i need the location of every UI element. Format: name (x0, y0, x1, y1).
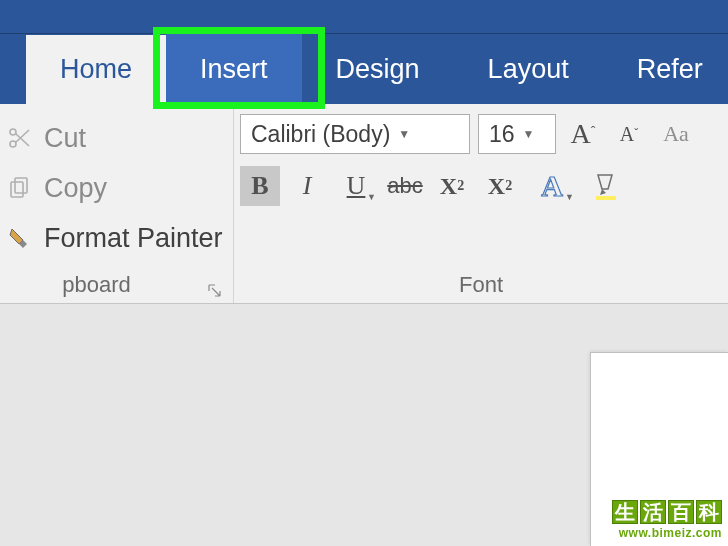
watermark-char: 百 (668, 500, 694, 524)
font-size-value: 16 (489, 121, 515, 148)
chevron-down-icon: ▼ (523, 127, 535, 141)
watermark: 生 活 百 科 www.bimeiz.com (612, 500, 722, 540)
text-effects-button[interactable]: A▼ (528, 166, 576, 206)
group-font: Calibri (Body) ▼ 16 ▼ Aˆ Aˇ Aa B I U▼ ab… (234, 104, 728, 303)
subscript-button[interactable]: X2 (432, 166, 472, 206)
bold-button[interactable]: B (240, 166, 280, 206)
clipboard-group-label: pboard (62, 272, 131, 298)
svg-rect-2 (11, 182, 23, 197)
cut-label: Cut (44, 123, 86, 154)
highlight-button[interactable] (584, 166, 628, 206)
svg-rect-3 (15, 178, 27, 193)
copy-label: Copy (44, 173, 107, 204)
cut-button[interactable]: Cut (2, 114, 223, 162)
tab-references[interactable]: Refer (603, 34, 703, 104)
paintbrush-icon (6, 225, 32, 251)
chevron-down-icon: ▼ (398, 127, 410, 141)
clipboard-dialog-launcher[interactable] (207, 279, 225, 297)
tab-layout[interactable]: Layout (454, 34, 603, 104)
font-group-label: Font (459, 272, 503, 298)
watermark-char: 活 (640, 500, 666, 524)
italic-button[interactable]: I (288, 166, 326, 206)
up-caret-icon: ˆ (591, 124, 596, 140)
font-name-value: Calibri (Body) (251, 121, 390, 148)
copy-icon (6, 175, 32, 201)
grow-font-button[interactable]: Aˆ (564, 114, 602, 154)
underline-button[interactable]: U▼ (334, 166, 378, 206)
tab-design[interactable]: Design (302, 34, 454, 104)
title-bar (0, 0, 728, 34)
strikethrough-button[interactable]: abc (386, 166, 424, 206)
ribbon-tabs: Home Insert Design Layout Refer (0, 34, 728, 104)
font-name-combo[interactable]: Calibri (Body) ▼ (240, 114, 470, 154)
format-painter-label: Format Painter (44, 223, 223, 254)
superscript-button[interactable]: X2 (480, 166, 520, 206)
shrink-font-button[interactable]: Aˇ (610, 114, 648, 154)
tab-insert[interactable]: Insert (166, 34, 302, 104)
tab-home[interactable]: Home (26, 35, 166, 105)
watermark-char: 科 (696, 500, 722, 524)
change-case-button[interactable]: Aa (656, 114, 696, 154)
group-clipboard: Cut Copy Format Painter pboard (0, 104, 234, 303)
scissors-icon (6, 125, 32, 151)
chevron-down-icon: ▼ (565, 192, 574, 202)
font-size-combo[interactable]: 16 ▼ (478, 114, 556, 154)
chevron-down-icon: ▼ (367, 192, 376, 202)
format-painter-button[interactable]: Format Painter (2, 214, 223, 262)
watermark-char: 生 (612, 500, 638, 524)
svg-rect-4 (596, 196, 616, 200)
watermark-url: www.bimeiz.com (612, 526, 722, 540)
ribbon: Cut Copy Format Painter pboard (0, 104, 728, 304)
copy-button[interactable]: Copy (2, 164, 223, 212)
down-caret-icon: ˇ (634, 126, 638, 141)
